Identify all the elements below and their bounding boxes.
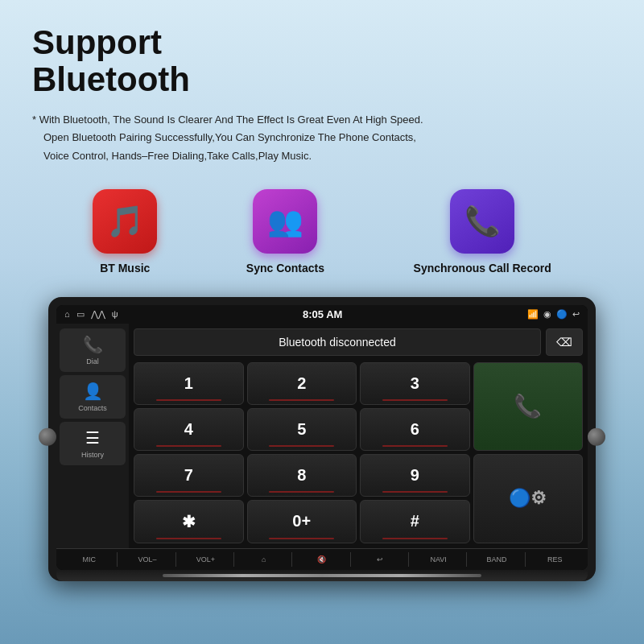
contacts-icon: 👤 <box>83 382 103 401</box>
desc-line3: Voice Control, Hands–Free Dialing,Take C… <box>32 147 612 165</box>
status-bar: ⌂ ▭ ⋀⋀ ψ 8:05 AM 📶 ◉ 🔵 ↩ <box>56 305 588 324</box>
screw-right <box>588 428 605 446</box>
key-6[interactable]: 6 <box>360 408 470 451</box>
dial-label: Dial <box>86 357 99 365</box>
history-icon: ☰ <box>85 428 100 448</box>
key-8[interactable]: 8 <box>247 454 357 497</box>
key-2[interactable]: 2 <box>247 362 357 405</box>
features-row: 🎵 BT Music 👥 Sync Contacts 📞 Synchronous… <box>32 189 612 275</box>
status-time: 8:05 AM <box>123 308 523 320</box>
wifi-icon: 📶 <box>527 309 539 320</box>
device-screen: ⌂ ▭ ⋀⋀ ψ 8:05 AM 📶 ◉ 🔵 ↩ 📞 <box>56 305 588 570</box>
num-grid: 1 2 3 📞 4 5 6 7 8 9 🔵⚙ ✱ 0+ # <box>134 362 583 543</box>
bluetooth-icon: 🔵 <box>556 309 568 320</box>
description-text: * With Bluetooth, The Sound Is Clearer A… <box>32 111 612 164</box>
history-label: History <box>81 451 104 459</box>
key-3[interactable]: 3 <box>360 362 470 405</box>
nav-icons: ⌂ ▭ ⋀⋀ ψ <box>64 309 118 320</box>
desc-line2: Open Bluetooth Pairing Successfully,You … <box>32 129 612 147</box>
btn-vol-down[interactable]: VOL– <box>119 552 175 567</box>
dial-button[interactable]: 📞 Dial <box>60 328 126 372</box>
page-headline: Support Bluetooth <box>32 24 612 98</box>
contacts-label: Contacts <box>78 404 107 412</box>
key-7[interactable]: 7 <box>134 454 244 497</box>
bt-status-display: Bluetooth disconnected <box>134 328 541 356</box>
location-icon: ◉ <box>543 309 551 320</box>
history-button[interactable]: ☰ History <box>60 422 126 465</box>
sync-contacts-icon-box: 👥 <box>253 189 317 254</box>
dial-icon: 📞 <box>83 335 103 354</box>
call-button[interactable]: 📞 <box>473 362 584 451</box>
btn-back[interactable]: ↩ <box>353 552 409 567</box>
headline-line2: Bluetooth <box>32 60 190 98</box>
feature-call-record: 📞 Synchronous Call Record <box>414 189 551 275</box>
sync-contacts-icon: 👥 <box>267 204 303 238</box>
back-icon[interactable]: ↩ <box>572 309 580 320</box>
left-sidebar: 📞 Dial 👤 Contacts ☰ History <box>56 324 129 548</box>
key-5[interactable]: 5 <box>247 408 357 451</box>
btn-res[interactable]: RES <box>527 552 583 567</box>
home-icon[interactable]: ⌂ <box>64 309 70 319</box>
backspace-icon: ⌫ <box>556 336 572 349</box>
physical-bottom <box>56 570 588 581</box>
btn-mute[interactable]: 🔇 <box>294 552 350 567</box>
right-icons: 📶 ◉ 🔵 ↩ <box>527 309 580 320</box>
key-9[interactable]: 9 <box>360 454 470 497</box>
silver-bar <box>163 574 481 577</box>
bt-music-label: BT Music <box>100 262 150 275</box>
bt-music-icon-box: 🎵 <box>93 189 157 254</box>
key-4[interactable]: 4 <box>134 408 244 451</box>
sync-contacts-label: Sync Contacts <box>246 262 324 275</box>
call-record-icon-box: 📞 <box>450 189 514 254</box>
usb-icon: ψ <box>112 309 118 319</box>
chevron-icon[interactable]: ⋀⋀ <box>91 309 105 320</box>
btn-mic[interactable]: MIC <box>61 552 118 567</box>
key-star[interactable]: ✱ <box>134 500 244 543</box>
bt-music-icon: 🎵 <box>106 204 144 239</box>
bt-settings-button[interactable]: 🔵⚙ <box>473 454 584 543</box>
keypad-area: Bluetooth disconnected ⌫ 1 2 3 📞 4 5 6 <box>129 324 588 548</box>
key-hash[interactable]: # <box>360 500 470 543</box>
bottom-bar: MIC VOL– VOL+ ⌂ 🔇 ↩ NAVI BAND RES <box>56 548 588 570</box>
headline-line1: Support <box>32 23 162 61</box>
head-unit: ⌂ ▭ ⋀⋀ ψ 8:05 AM 📶 ◉ 🔵 ↩ 📞 <box>48 297 596 581</box>
backspace-button[interactable]: ⌫ <box>546 328 583 356</box>
desc-line1: * With Bluetooth, The Sound Is Clearer A… <box>32 111 612 129</box>
key-1[interactable]: 1 <box>134 362 244 405</box>
btn-navi[interactable]: NAVI <box>411 552 467 567</box>
call-record-icon: 📞 <box>464 204 501 238</box>
key-0[interactable]: 0+ <box>247 500 357 543</box>
window-icon[interactable]: ▭ <box>76 309 85 320</box>
feature-sync-contacts: 👥 Sync Contacts <box>246 189 324 275</box>
contacts-button[interactable]: 👤 Contacts <box>60 375 126 419</box>
feature-bt-music: 🎵 BT Music <box>93 189 157 275</box>
call-record-label: Synchronous Call Record <box>414 262 551 275</box>
btn-vol-up[interactable]: VOL+ <box>178 552 234 567</box>
btn-home[interactable]: ⌂ <box>236 552 292 567</box>
display-row: Bluetooth disconnected ⌫ <box>134 328 583 356</box>
phone-ui: 📞 Dial 👤 Contacts ☰ History <box>56 324 588 548</box>
screw-left <box>39 428 56 446</box>
btn-band[interactable]: BAND <box>469 552 525 567</box>
